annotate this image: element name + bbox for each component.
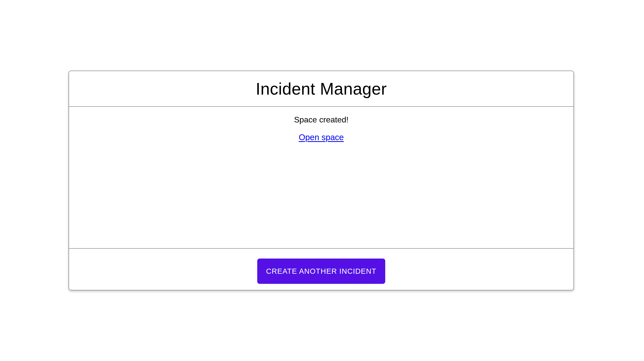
create-another-incident-button[interactable]: CREATE ANOTHER INCIDENT xyxy=(257,259,385,284)
open-space-link[interactable]: Open space xyxy=(299,131,344,143)
status-message: Space created! xyxy=(69,114,573,126)
card-content: Space created! Open space xyxy=(69,107,573,249)
card-actions: CREATE ANOTHER INCIDENT xyxy=(69,249,573,290)
page-title: Incident Manager xyxy=(256,79,387,98)
card-header: Incident Manager xyxy=(69,71,573,107)
open-space-link-row: Open space xyxy=(69,126,573,143)
incident-manager-card: Incident Manager Space created! Open spa… xyxy=(69,71,574,290)
